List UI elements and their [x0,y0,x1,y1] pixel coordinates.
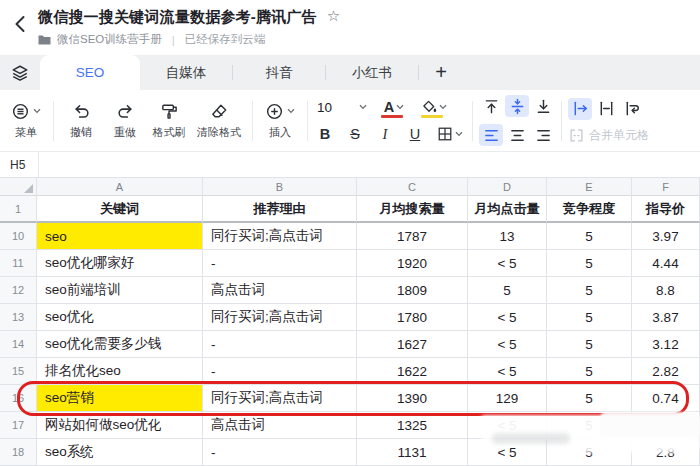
text-clip-button[interactable] [594,98,618,120]
cell-price[interactable]: 3.12 [632,331,700,358]
cell-competition[interactable]: 5 [547,385,632,412]
row-number[interactable]: 18 [0,439,37,466]
header-cell-keyword[interactable]: 关键词 [37,196,203,223]
cell-clicks[interactable]: < 5 [468,304,547,331]
undo-button[interactable]: 撤销 [59,94,103,148]
cell-search[interactable]: 1920 [357,250,468,277]
column-header-d[interactable]: D [468,178,547,196]
tab-douyin[interactable]: 抖音 [233,55,325,90]
cell-clicks[interactable]: 13 [468,223,547,250]
tab-seo[interactable]: SEO [40,55,140,90]
cell-clicks[interactable]: < 5 [468,331,547,358]
cell-competition[interactable]: 5 [547,358,632,385]
column-header-a[interactable]: A [37,178,203,196]
text-overflow-button[interactable] [568,98,592,120]
row-number[interactable]: 13 [0,304,37,331]
header-cell-competition[interactable]: 竞争程度 [547,196,632,223]
cell-search[interactable]: 1780 [357,304,468,331]
cell-reason[interactable]: 高点击词 [203,277,357,304]
row-number[interactable]: 10 [0,223,37,250]
cell-clicks[interactable]: < 5 [468,358,547,385]
tab-zimeiti[interactable]: 自媒体 [140,55,232,90]
sheets-list-icon[interactable] [0,55,40,90]
column-header-e[interactable]: E [547,178,632,196]
cell-search[interactable]: 1390 [357,385,468,412]
cell-price[interactable]: 3.97 [632,223,700,250]
cell-competition[interactable]: 5 [547,277,632,304]
cell-keyword[interactable]: seo前端培训 [37,277,203,304]
cell-reason[interactable]: - [203,439,357,466]
tab-xiaohongshu[interactable]: 小红书 [326,55,418,90]
formula-input[interactable] [39,152,700,177]
cell-price[interactable]: 2.82 [632,358,700,385]
cell-keyword[interactable]: seo [37,223,203,250]
row-number[interactable]: 17 [0,412,37,439]
select-all-corner[interactable] [0,178,37,196]
cell-reason[interactable]: 高点击词 [203,412,357,439]
cell-competition[interactable]: 5 [547,439,632,466]
font-color-button[interactable]: A [377,97,411,117]
cell-search[interactable]: 1627 [357,331,468,358]
row-number[interactable]: 1 [0,196,37,223]
cell-competition[interactable]: 5 [547,412,632,439]
cell-reason[interactable]: - [203,331,357,358]
row-number[interactable]: 16 [0,385,37,412]
valign-middle-button[interactable] [505,95,529,117]
cell-clicks[interactable]: < 5 [468,439,547,466]
cell-competition[interactable]: 5 [547,304,632,331]
cell-reference[interactable]: H5 [0,158,38,172]
clear-format-button[interactable]: 清除格式 [191,94,247,148]
cell-keyword[interactable]: 排名优化seo [37,358,203,385]
cell-search[interactable]: 1325 [357,412,468,439]
cell-reason[interactable]: 同行买词;高点击词 [203,385,357,412]
column-header-b[interactable]: B [203,178,357,196]
italic-button[interactable]: I [373,124,397,144]
row-number[interactable]: 14 [0,331,37,358]
cell-clicks[interactable]: 129 [468,385,547,412]
cell-keyword[interactable]: seo系统 [37,439,203,466]
cell-search[interactable]: 1622 [357,358,468,385]
add-sheet-button[interactable]: + [419,55,463,90]
star-icon[interactable]: ☆ [327,7,340,25]
cell-price[interactable]: 0.74 [632,385,700,412]
cell-price[interactable]: 2.8 [632,439,700,466]
row-number[interactable]: 12 [0,277,37,304]
row-number[interactable]: 11 [0,250,37,277]
merge-cells-button[interactable]: 合并单元格 [567,127,649,144]
halign-center-button[interactable] [505,124,529,146]
cell-keyword[interactable]: seo优化 [37,304,203,331]
folder-label[interactable]: 微信SEO训练营手册 [57,32,162,47]
cell-search[interactable]: 1809 [357,277,468,304]
cell-price[interactable]: 4.44 [632,250,700,277]
font-size-select[interactable]: 10 [313,100,371,115]
insert-button[interactable]: 插入 [258,94,302,148]
header-cell-price[interactable]: 指导价 [632,196,700,223]
cell-reason[interactable]: 同行买词;高点击词 [203,304,357,331]
cell-clicks[interactable]: < 5 [468,412,547,439]
menu-button[interactable]: 菜单 [4,94,48,148]
cell-keyword[interactable]: seo营销 [37,385,203,412]
cell-price[interactable]: 3.87 [632,304,700,331]
column-header-f[interactable]: F [632,178,700,196]
cell-keyword[interactable]: 网站如何做seo优化 [37,412,203,439]
cell-price[interactable]: 8.8 [632,277,700,304]
borders-button[interactable] [433,124,467,144]
halign-left-button[interactable] [479,124,503,146]
back-icon[interactable] [10,13,32,35]
strikethrough-button[interactable]: S [343,124,367,144]
cell-reason[interactable]: - [203,250,357,277]
cell-clicks[interactable]: 5 [468,277,547,304]
header-cell-reason[interactable]: 推荐理由 [203,196,357,223]
cell-keyword[interactable]: seo优化哪家好 [37,250,203,277]
valign-top-button[interactable] [479,95,503,117]
row-number[interactable]: 15 [0,358,37,385]
cell-reason[interactable]: - [203,358,357,385]
fill-color-button[interactable] [417,97,451,117]
cell-reason[interactable]: 同行买词;高点击词 [203,223,357,250]
header-cell-clicks[interactable]: 月均点击量 [468,196,547,223]
format-painter-button[interactable]: 格式刷 [147,94,191,148]
bold-button[interactable]: B [313,124,337,144]
cell-search[interactable]: 1131 [357,439,468,466]
halign-right-button[interactable] [531,124,555,146]
cell-competition[interactable]: 5 [547,223,632,250]
